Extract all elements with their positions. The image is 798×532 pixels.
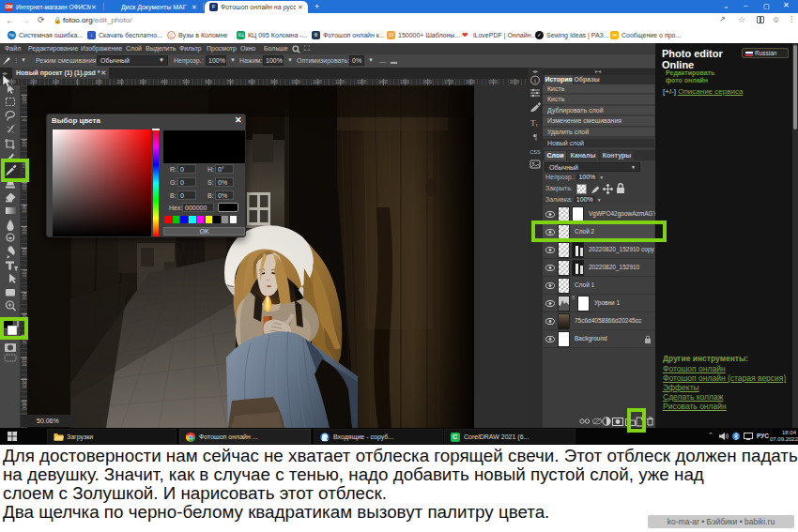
svg-text:i: i <box>534 77 536 84</box>
svg-text:CSS: CSS <box>529 149 541 155</box>
svg-text:◂▸: ◂▸ <box>532 68 538 74</box>
svg-text:¶: ¶ <box>533 132 537 142</box>
